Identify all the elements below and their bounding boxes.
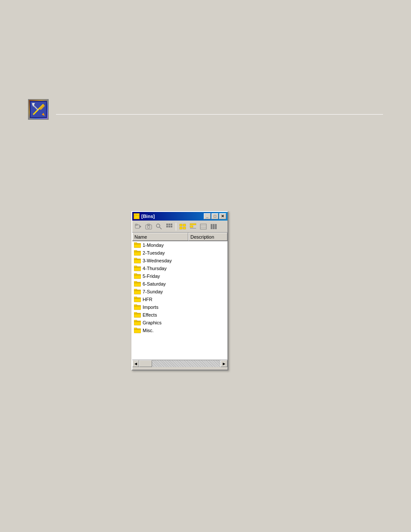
toolbar-separator-1 — [176, 223, 176, 230]
svg-rect-68 — [134, 320, 137, 321]
title-bar-left: [Bins] — [134, 213, 155, 219]
scroll-right-button[interactable]: ▶ — [221, 360, 227, 367]
file-list[interactable]: 1-Monday 2-Tuesday 3-Wednesday 4-Thursda… — [132, 241, 227, 360]
list-item[interactable]: 7-Sunday — [132, 288, 227, 296]
svg-rect-17 — [166, 224, 168, 225]
list-item[interactable]: Imports — [132, 303, 227, 311]
folder-icon — [134, 281, 141, 287]
svg-rect-34 — [213, 224, 215, 229]
view3-button[interactable] — [199, 222, 208, 231]
list-item[interactable]: HFR — [132, 296, 227, 303]
file-item-name: Graphics — [143, 320, 162, 325]
folder-icon — [134, 273, 141, 279]
close-button[interactable]: ✕ — [219, 213, 226, 219]
title-bar-icon — [134, 213, 140, 219]
svg-rect-35 — [215, 224, 217, 229]
svg-rect-53 — [134, 281, 137, 283]
camera-button[interactable] — [144, 222, 153, 231]
svg-rect-50 — [134, 274, 137, 275]
file-item-name: 2-Tuesday — [143, 250, 165, 255]
horizontal-scrollbar[interactable]: ◀ ▶ — [132, 360, 227, 367]
folder-icon — [134, 242, 141, 248]
svg-marker-11 — [140, 225, 141, 228]
list-item[interactable]: Graphics — [132, 319, 227, 327]
grid-button[interactable] — [165, 222, 174, 231]
file-item-name: 4-Thursday — [143, 266, 167, 271]
title-bar-buttons: _ □ ✕ — [204, 213, 226, 219]
svg-rect-19 — [171, 224, 172, 225]
folder-icon — [134, 296, 141, 302]
svg-rect-41 — [134, 250, 137, 252]
columns-button[interactable] — [209, 222, 218, 231]
list-item[interactable]: Effects — [132, 311, 227, 319]
minimize-button[interactable]: _ — [204, 213, 211, 219]
svg-rect-44 — [134, 258, 137, 259]
svg-rect-8 — [134, 214, 136, 216]
svg-rect-47 — [134, 266, 137, 267]
svg-rect-22 — [171, 226, 172, 227]
folder-icon — [134, 250, 141, 256]
svg-rect-65 — [134, 312, 137, 314]
folder-icon — [134, 304, 141, 310]
folder-icon — [134, 258, 141, 264]
file-item-name: 6-Saturday — [143, 281, 166, 286]
svg-rect-62 — [134, 305, 137, 306]
scroll-thumb[interactable] — [139, 360, 152, 367]
list-item[interactable]: 2-Tuesday — [132, 249, 227, 257]
folder-icon — [134, 312, 141, 318]
svg-rect-25 — [180, 227, 182, 229]
svg-rect-56 — [134, 289, 137, 290]
back-button[interactable] — [134, 222, 143, 231]
folder-icon — [134, 320, 141, 326]
svg-rect-59 — [134, 297, 137, 298]
view1-button[interactable] — [178, 222, 187, 231]
file-item-name: Misc. — [143, 328, 154, 333]
svg-line-16 — [159, 227, 162, 229]
list-item[interactable]: 4-Thursday — [132, 264, 227, 272]
folder-icon — [134, 265, 141, 271]
svg-rect-30 — [200, 224, 206, 229]
svg-rect-71 — [134, 328, 137, 329]
svg-point-15 — [156, 224, 160, 227]
list-item[interactable]: 5-Friday — [132, 272, 227, 280]
svg-rect-23 — [180, 224, 182, 226]
scroll-left-button[interactable]: ◀ — [132, 360, 139, 367]
svg-rect-28 — [190, 226, 193, 227]
scroll-track[interactable] — [139, 360, 221, 367]
bins-window: [Bins] _ □ ✕ — [131, 211, 228, 370]
file-item-name: 5-Friday — [143, 274, 160, 279]
file-item-name: 3-Wednesday — [143, 258, 172, 263]
toolbar — [132, 221, 227, 233]
file-item-name: HFR — [143, 297, 153, 302]
list-item[interactable]: 3-Wednesday — [132, 257, 227, 264]
list-item[interactable]: Misc. — [132, 327, 227, 334]
file-item-name: Imports — [143, 305, 159, 310]
column-headers: Name Description — [132, 233, 227, 241]
svg-rect-26 — [183, 227, 186, 229]
app-icon-area — [28, 99, 49, 120]
svg-rect-24 — [183, 224, 186, 226]
svg-rect-33 — [211, 224, 212, 229]
app-divider — [56, 114, 383, 115]
window-title: [Bins] — [141, 214, 155, 219]
file-item-name: Effects — [143, 312, 157, 317]
column-description-header[interactable]: Description — [188, 233, 227, 241]
title-bar: [Bins] _ □ ✕ — [132, 212, 227, 221]
svg-rect-18 — [168, 224, 170, 225]
svg-point-13 — [147, 226, 150, 228]
svg-rect-38 — [134, 243, 137, 244]
search-button[interactable] — [154, 222, 164, 231]
column-name-header[interactable]: Name — [132, 233, 188, 241]
view2-button[interactable] — [188, 222, 198, 231]
file-item-name: 1-Monday — [143, 243, 164, 248]
file-item-name: 7-Sunday — [143, 289, 163, 294]
folder-icon — [134, 327, 141, 333]
list-item[interactable]: 1-Monday — [132, 241, 227, 249]
folder-icon — [134, 289, 141, 295]
list-item[interactable]: 6-Saturday — [132, 280, 227, 288]
svg-rect-27 — [190, 224, 196, 225]
svg-rect-20 — [166, 226, 168, 227]
maximize-button[interactable]: □ — [212, 213, 218, 219]
app-icon — [28, 99, 49, 120]
svg-rect-21 — [168, 226, 170, 227]
